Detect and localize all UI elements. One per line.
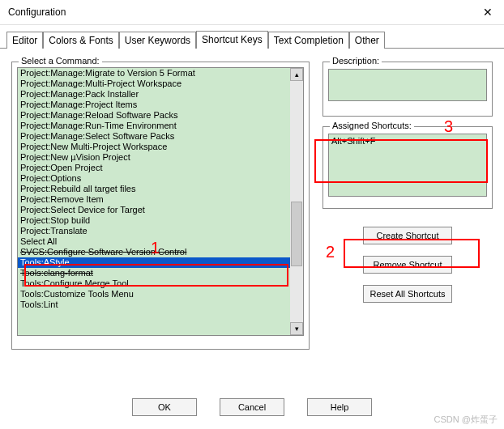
command-listbox[interactable]: Project:Manage:Migrate to Version 5 Form…: [17, 67, 304, 336]
list-item[interactable]: Project:Manage:Project Items: [18, 100, 290, 110]
list-item[interactable]: Project:Manage:Migrate to Version 5 Form…: [18, 68, 290, 79]
description-label: Description:: [330, 56, 382, 66]
create-shortcut-button[interactable]: Create Shortcut: [363, 227, 452, 244]
scroll-down-icon[interactable]: ▾: [290, 322, 303, 335]
scroll-track[interactable]: [290, 81, 303, 322]
list-item[interactable]: Project:Manage:Pack Installer: [18, 89, 290, 100]
list-item[interactable]: Project:Open Project: [18, 163, 290, 173]
window-title: Configuration: [8, 6, 66, 18]
scroll-thumb[interactable]: [291, 202, 302, 266]
list-item[interactable]: Tools:Customize Tools Menu: [18, 289, 290, 299]
tab-user-keywords[interactable]: User Keywords: [119, 32, 196, 49]
assigned-shortcuts-group: Assigned Shortcuts: Alt+Shift+F: [322, 126, 493, 209]
list-item[interactable]: Select All: [18, 236, 290, 247]
watermark: CSDN @炸蛋子: [434, 414, 498, 426]
list-item[interactable]: Project:New Multi-Project Workspace: [18, 142, 290, 152]
list-item[interactable]: Project:Rebuild all target files: [18, 184, 290, 194]
help-button[interactable]: Help: [307, 398, 372, 416]
tab-other[interactable]: Other: [349, 32, 385, 49]
dialog-footer: OK Cancel Help: [0, 392, 504, 423]
list-item[interactable]: SVCS:Configure Software Version Control: [18, 247, 290, 257]
command-group-label: Select a Command:: [19, 56, 102, 66]
list-item[interactable]: Project:Select Device for Target: [18, 205, 290, 215]
assigned-shortcut-value[interactable]: Alt+Shift+F: [331, 136, 484, 146]
cancel-button[interactable]: Cancel: [220, 398, 284, 416]
reset-all-shortcuts-button[interactable]: Reset All Shortcuts: [363, 285, 453, 303]
command-group: Select a Command: Project:Manage:Migrate…: [11, 62, 310, 350]
ok-button[interactable]: OK: [132, 398, 197, 416]
description-box: [328, 69, 487, 101]
description-group: Description:: [322, 62, 493, 117]
scrollbar[interactable]: ▴ ▾: [290, 68, 303, 335]
list-item[interactable]: Project:Manage:Select Software Packs: [18, 131, 290, 142]
tab-shortcut-keys[interactable]: Shortcut Keys: [196, 31, 268, 49]
list-item[interactable]: Tools:AStyle: [18, 257, 290, 268]
list-item[interactable]: Project:Options: [18, 173, 290, 184]
assigned-shortcuts-box[interactable]: Alt+Shift+F: [328, 134, 487, 197]
content-area: Select a Command: Project:Manage:Migrate…: [0, 49, 504, 366]
assigned-shortcuts-label: Assigned Shortcuts:: [330, 121, 414, 130]
tab-editor[interactable]: Editor: [6, 32, 43, 49]
list-item[interactable]: Project:Stop build: [18, 215, 290, 226]
list-item[interactable]: Tools:clang-format: [18, 268, 290, 278]
list-item[interactable]: Project:Manage:Reload Software Packs: [18, 110, 290, 121]
list-item[interactable]: Project:Manage:Multi-Project Workspace: [18, 79, 290, 89]
list-item[interactable]: Project:Translate: [18, 226, 290, 236]
list-item[interactable]: Project:Manage:Run-Time Environment: [18, 121, 290, 131]
list-item[interactable]: Tools:Configure Merge Tool: [18, 278, 290, 289]
list-item[interactable]: Project:Remove Item: [18, 194, 290, 205]
titlebar: Configuration ✕: [0, 0, 504, 24]
remove-shortcut-button[interactable]: Remove Shortcut: [363, 256, 452, 274]
list-item[interactable]: Tools:Lint: [18, 299, 290, 310]
tab-strip: Editor Colors & Fonts User Keywords Shor…: [0, 25, 504, 49]
close-icon[interactable]: ✕: [480, 6, 496, 19]
list-item[interactable]: Project:New µVision Project: [18, 152, 290, 163]
shortcut-buttons: Create Shortcut Remove Shortcut Reset Al…: [322, 219, 493, 303]
tab-colors-fonts[interactable]: Colors & Fonts: [43, 32, 118, 49]
tab-text-completion[interactable]: Text Completion: [268, 32, 349, 49]
scroll-up-icon[interactable]: ▴: [290, 68, 303, 81]
